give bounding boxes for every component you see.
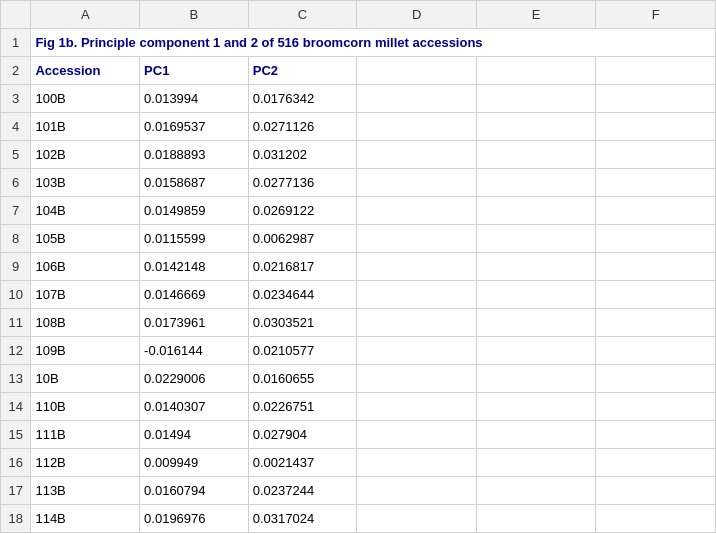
row-num-13: 13	[1, 365, 31, 393]
col-header-d[interactable]: D	[357, 1, 477, 29]
cell-14-a[interactable]: 110B	[31, 393, 140, 421]
row-num-12: 12	[1, 337, 31, 365]
table-row: 15111B0.014940.027904	[1, 421, 716, 449]
cell-7-c[interactable]: 0.0269122	[248, 197, 357, 225]
cell-3-f	[596, 85, 716, 113]
row-num-8: 8	[1, 225, 31, 253]
cell-13-e	[476, 365, 596, 393]
row-num-18: 18	[1, 505, 31, 533]
table-row: 8105B0.01155990.0062987	[1, 225, 716, 253]
cell-6-a[interactable]: 103B	[31, 169, 140, 197]
cell-10-a[interactable]: 107B	[31, 281, 140, 309]
cell-15-c[interactable]: 0.027904	[248, 421, 357, 449]
col-header-c[interactable]: C	[248, 1, 357, 29]
cell-5-c[interactable]: 0.031202	[248, 141, 357, 169]
cell-10-b[interactable]: 0.0146669	[140, 281, 249, 309]
title-cell[interactable]: Fig 1b. Principle component 1 and 2 of 5…	[31, 29, 716, 57]
row-num-14: 14	[1, 393, 31, 421]
header-pc2[interactable]: PC2	[248, 57, 357, 85]
cell-12-a[interactable]: 109B	[31, 337, 140, 365]
cell-8-a[interactable]: 105B	[31, 225, 140, 253]
cell-11-f	[596, 309, 716, 337]
table-row: 14110B0.01403070.0226751	[1, 393, 716, 421]
cell-16-a[interactable]: 112B	[31, 449, 140, 477]
cell-16-f	[596, 449, 716, 477]
cell-4-b[interactable]: 0.0169537	[140, 113, 249, 141]
cell-8-e	[476, 225, 596, 253]
cell-4-a[interactable]: 101B	[31, 113, 140, 141]
cell-8-c[interactable]: 0.0062987	[248, 225, 357, 253]
cell-17-f	[596, 477, 716, 505]
cell-8-f	[596, 225, 716, 253]
cell-7-b[interactable]: 0.0149859	[140, 197, 249, 225]
row-num-6: 6	[1, 169, 31, 197]
cell-4-f	[596, 113, 716, 141]
cell-12-d	[357, 337, 477, 365]
header-accession[interactable]: Accession	[31, 57, 140, 85]
cell-6-c[interactable]: 0.0277136	[248, 169, 357, 197]
cell-3-b[interactable]: 0.013994	[140, 85, 249, 113]
cell-6-b[interactable]: 0.0158687	[140, 169, 249, 197]
row-num-16: 16	[1, 449, 31, 477]
table-row: 1310B0.02290060.0160655	[1, 365, 716, 393]
cell-11-a[interactable]: 108B	[31, 309, 140, 337]
cell-16-d	[357, 449, 477, 477]
cell-14-b[interactable]: 0.0140307	[140, 393, 249, 421]
cell-17-a[interactable]: 113B	[31, 477, 140, 505]
header-d	[357, 57, 477, 85]
cell-9-c[interactable]: 0.0216817	[248, 253, 357, 281]
cell-12-b[interactable]: -0.016144	[140, 337, 249, 365]
cell-13-c[interactable]: 0.0160655	[248, 365, 357, 393]
cell-4-e	[476, 113, 596, 141]
cell-15-b[interactable]: 0.01494	[140, 421, 249, 449]
col-header-f[interactable]: F	[596, 1, 716, 29]
cell-14-d	[357, 393, 477, 421]
table-row: 5102B0.01888930.031202	[1, 141, 716, 169]
cell-16-e	[476, 449, 596, 477]
cell-5-f	[596, 141, 716, 169]
cell-18-c[interactable]: 0.0317024	[248, 505, 357, 533]
cell-3-a[interactable]: 100B	[31, 85, 140, 113]
cell-8-d	[357, 225, 477, 253]
cell-15-a[interactable]: 111B	[31, 421, 140, 449]
row-num-17: 17	[1, 477, 31, 505]
cell-5-a[interactable]: 102B	[31, 141, 140, 169]
cell-16-c[interactable]: 0.0021437	[248, 449, 357, 477]
cell-16-b[interactable]: 0.009949	[140, 449, 249, 477]
cell-14-f	[596, 393, 716, 421]
cell-11-b[interactable]: 0.0173961	[140, 309, 249, 337]
col-header-a[interactable]: A	[31, 1, 140, 29]
cell-12-c[interactable]: 0.0210577	[248, 337, 357, 365]
cell-15-e	[476, 421, 596, 449]
cell-18-b[interactable]: 0.0196976	[140, 505, 249, 533]
row-1: 1 Fig 1b. Principle component 1 and 2 of…	[1, 29, 716, 57]
cell-18-a[interactable]: 114B	[31, 505, 140, 533]
cell-7-e	[476, 197, 596, 225]
cell-6-e	[476, 169, 596, 197]
cell-14-c[interactable]: 0.0226751	[248, 393, 357, 421]
row-num-15: 15	[1, 421, 31, 449]
cell-17-b[interactable]: 0.0160794	[140, 477, 249, 505]
cell-17-c[interactable]: 0.0237244	[248, 477, 357, 505]
cell-12-e	[476, 337, 596, 365]
cell-10-c[interactable]: 0.0234644	[248, 281, 357, 309]
cell-13-a[interactable]: 10B	[31, 365, 140, 393]
header-pc1[interactable]: PC1	[140, 57, 249, 85]
cell-7-d	[357, 197, 477, 225]
cell-9-a[interactable]: 106B	[31, 253, 140, 281]
cell-8-b[interactable]: 0.0115599	[140, 225, 249, 253]
cell-4-c[interactable]: 0.0271126	[248, 113, 357, 141]
col-header-b[interactable]: B	[140, 1, 249, 29]
table-row: 12109B-0.0161440.0210577	[1, 337, 716, 365]
col-header-e[interactable]: E	[476, 1, 596, 29]
cell-7-a[interactable]: 104B	[31, 197, 140, 225]
cell-13-b[interactable]: 0.0229006	[140, 365, 249, 393]
cell-9-b[interactable]: 0.0142148	[140, 253, 249, 281]
table-row: 16112B0.0099490.0021437	[1, 449, 716, 477]
cell-11-c[interactable]: 0.0303521	[248, 309, 357, 337]
cell-15-f	[596, 421, 716, 449]
cell-10-d	[357, 281, 477, 309]
cell-13-f	[596, 365, 716, 393]
cell-3-c[interactable]: 0.0176342	[248, 85, 357, 113]
cell-5-b[interactable]: 0.0188893	[140, 141, 249, 169]
